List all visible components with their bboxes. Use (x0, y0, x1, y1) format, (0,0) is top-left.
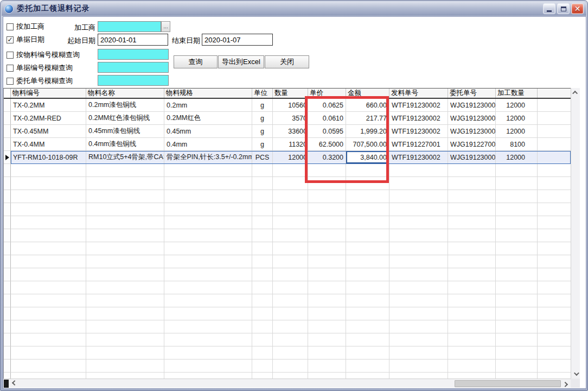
processor-browse-button[interactable]: ... (161, 21, 170, 32)
cell-unit-price[interactable]: 0.0625 (308, 99, 346, 112)
cell-quantity[interactable]: 3570 (273, 112, 308, 125)
row-gutter[interactable] (4, 151, 11, 164)
cell-issue-doc-no[interactable]: WTF191227001 (389, 138, 448, 151)
table-row[interactable]: TX-0.2MM 0.2mm漆包铜线 0.2mm g 10560 0.0625 … (4, 99, 571, 112)
cell-unit[interactable]: g (252, 138, 273, 151)
cell-material-name[interactable]: RM10立式5+4骨架,带CASE, (86, 151, 164, 164)
close-button[interactable]: ✕ (571, 3, 584, 14)
cell-commission-doc-no[interactable]: WJG191230001 (448, 125, 496, 138)
cell-unit[interactable]: PCS (252, 151, 273, 164)
cell-processing-qty[interactable]: 12000 (496, 125, 538, 138)
cell-processing-qty[interactable]: 8100 (496, 138, 538, 151)
empty-table-row[interactable] (4, 360, 571, 373)
empty-table-row[interactable] (4, 242, 571, 255)
title-bar[interactable]: 委托加工领退料记录 ✕ (2, 2, 586, 16)
table-row-selected[interactable]: YFT-RM10-1018-09R RM10立式5+4骨架,带CASE, 骨架全… (4, 151, 571, 164)
empty-table-row[interactable] (4, 281, 571, 294)
header-material-name[interactable]: 物料名称 (86, 89, 164, 98)
minimize-button[interactable] (543, 3, 555, 14)
table-row[interactable]: TX-0.4MM 0.4mm漆包铜线 0.4mm g 11320 62.5000… (4, 138, 571, 151)
row-gutter[interactable] (4, 112, 11, 125)
empty-table-row[interactable] (4, 333, 571, 346)
fuzzy-material-input[interactable] (98, 49, 169, 60)
empty-table-row[interactable] (4, 294, 571, 307)
empty-table-row[interactable] (4, 203, 571, 216)
header-unit[interactable]: 单位 (252, 89, 273, 98)
empty-table-row[interactable] (4, 229, 571, 242)
query-button[interactable]: 查询 (174, 55, 218, 68)
header-issue-doc-no[interactable]: 发料单号 (389, 89, 448, 98)
cell-unit-price[interactable]: 62.5000 (308, 138, 346, 151)
close-form-button[interactable]: 关闭 (265, 55, 309, 68)
checkbox-fuzzy-doc[interactable]: 单据编号模糊查询 (7, 63, 73, 73)
cell-material-spec[interactable]: 0.2mm (164, 99, 252, 112)
header-material-spec[interactable]: 物料规格 (164, 89, 252, 98)
checkbox-icon[interactable] (7, 78, 14, 85)
cell-processing-qty[interactable]: 12000 (496, 112, 538, 125)
row-gutter[interactable] (4, 138, 11, 151)
checkbox-fuzzy-material[interactable]: 按物料编号模糊查询 (7, 50, 80, 60)
cell-unit-price[interactable]: 0.3200 (308, 151, 346, 164)
cell-commission-doc-no[interactable]: WJG191227001 (448, 138, 496, 151)
start-date-input[interactable] (98, 34, 168, 46)
vertical-scrollbar[interactable] (571, 88, 580, 379)
cell-unit[interactable]: g (252, 125, 273, 138)
cell-amount-focused[interactable]: 3,840.00 (346, 151, 389, 164)
cell-material-spec[interactable]: 0.45mm (164, 125, 252, 138)
cell-material-name[interactable]: 0.4mm漆包铜线 (86, 138, 164, 151)
fuzzy-doc-input[interactable] (98, 62, 169, 73)
row-gutter[interactable] (4, 99, 11, 112)
cell-material-spec[interactable]: 0.2MM红色 (164, 112, 252, 125)
cell-issue-doc-no[interactable]: WTF191230002 (389, 151, 448, 164)
cell-amount[interactable]: 1,999.20 (346, 125, 389, 138)
checkbox-icon[interactable] (7, 23, 14, 30)
table-row[interactable]: TX-0.2MM-RED 0.2MM红色漆包铜线 0.2MM红色 g 3570 … (4, 112, 571, 125)
cell-unit[interactable]: g (252, 99, 273, 112)
cell-material-name[interactable]: 0.2MM红色漆包铜线 (86, 112, 164, 125)
cell-quantity[interactable]: 11320 (273, 138, 308, 151)
processor-input[interactable] (98, 21, 161, 32)
empty-table-row[interactable] (4, 255, 571, 268)
cell-material-name[interactable]: 0.45mm漆包铜线 (86, 125, 164, 138)
checkbox-doc-date[interactable]: 单据日期 (7, 35, 44, 45)
cell-quantity[interactable]: 10560 (273, 99, 308, 112)
empty-table-row[interactable] (4, 307, 571, 320)
cell-unit-price[interactable]: 0.0595 (308, 125, 346, 138)
cell-unit-price[interactable]: 0.0610 (308, 112, 346, 125)
empty-table-row[interactable] (4, 320, 571, 333)
cell-material-code[interactable]: TX-0.45MM (11, 125, 86, 138)
checkbox-checked-icon[interactable] (7, 36, 14, 43)
scroll-up-button[interactable] (571, 88, 580, 97)
cell-material-spec[interactable]: 0.4mm (164, 138, 252, 151)
maximize-button[interactable] (557, 3, 570, 14)
cell-commission-doc-no[interactable]: WJG191230001 (448, 99, 496, 112)
cell-material-code[interactable]: YFT-RM10-1018-09R (11, 151, 86, 164)
cell-unit[interactable]: g (252, 112, 273, 125)
empty-table-row[interactable] (4, 190, 571, 203)
end-date-input[interactable] (202, 34, 273, 46)
table-row[interactable]: TX-0.45MM 0.45mm漆包铜线 0.45mm g 33600 0.05… (4, 125, 571, 138)
scroll-left-button[interactable] (9, 379, 18, 388)
cell-commission-doc-no[interactable]: WJG191230001 (448, 151, 496, 164)
cell-processing-qty[interactable]: 12000 (496, 99, 538, 112)
cell-commission-doc-no[interactable]: WJG191230001 (448, 112, 496, 125)
cell-material-spec[interactable]: 骨架全PIN,针长:3.5+/-0.2mm (164, 151, 252, 164)
cell-material-name[interactable]: 0.2mm漆包铜线 (86, 99, 164, 112)
cell-issue-doc-no[interactable]: WTF191230002 (389, 99, 448, 112)
cell-amount[interactable]: 707,500.00 (346, 138, 389, 151)
export-excel-button[interactable]: 导出到Excel (218, 55, 264, 68)
header-material-code[interactable]: 物料编号 (11, 89, 86, 98)
checkbox-fuzzy-commission[interactable]: 委托单号模糊查询 (7, 76, 73, 86)
header-unit-price[interactable]: 单价 (308, 89, 346, 98)
checkbox-by-processor[interactable]: 按加工商 (7, 22, 44, 31)
horizontal-scrollbar[interactable] (3, 379, 571, 388)
scroll-right-button[interactable] (561, 379, 571, 388)
empty-table-row[interactable] (4, 177, 571, 190)
scroll-down-button[interactable] (571, 369, 580, 379)
empty-table-row[interactable] (4, 216, 571, 229)
cell-processing-qty[interactable]: 12000 (496, 151, 538, 164)
horizontal-scrollbar-thumb[interactable] (455, 380, 561, 387)
empty-table-row[interactable] (4, 268, 571, 281)
empty-table-row[interactable] (4, 164, 571, 177)
header-processing-qty[interactable]: 加工数量 (496, 89, 538, 98)
